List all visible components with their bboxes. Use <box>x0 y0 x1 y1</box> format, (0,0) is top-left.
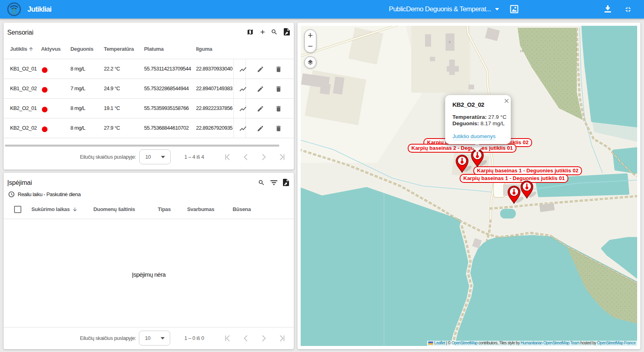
svg-text:16: 16 <box>520 49 523 53</box>
svg-text:5: 5 <box>449 40 451 44</box>
